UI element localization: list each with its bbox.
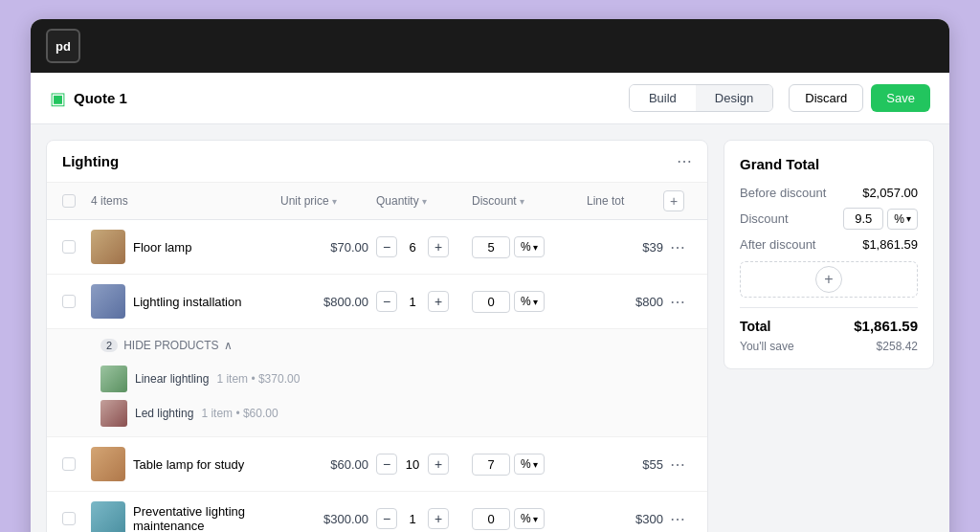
add-col-header[interactable]: + (663, 190, 692, 211)
header-actions: Discard Save (789, 84, 930, 112)
discount-input-table-lamp[interactable] (472, 454, 510, 476)
chevron-down-icon: ▾ (533, 459, 538, 470)
save-label: You'll save (740, 340, 794, 353)
table-row: Lightling installation $800.00 − 1 + % ▾… (47, 275, 707, 329)
table-row: Table lamp for study $60.00 − 10 + % ▾ $… (47, 437, 707, 492)
tab-design[interactable]: Design (696, 85, 772, 111)
discount-sort-icon: ▾ (520, 196, 524, 207)
hide-products-row: 2 HIDE PRODUCTS ∧ (100, 335, 692, 356)
discount-type-table-lamp[interactable]: % ▾ (514, 454, 545, 475)
section-title: Lighting (62, 153, 119, 169)
line-total-install: $800 (587, 295, 663, 309)
chevron-down-icon: ▾ (906, 213, 911, 224)
discount-input-floor-lamp[interactable] (472, 236, 510, 258)
row-checkbox-floor-lamp[interactable] (62, 240, 91, 254)
after-discount-value: $1,861.59 (862, 237, 918, 252)
product-cell-floor-lamp: Floor lamp (91, 230, 280, 264)
after-discount-label: After discount (740, 237, 816, 252)
total-row: Total $1,861.59 (740, 318, 918, 334)
before-discount-label: Before discount (740, 186, 826, 200)
discount-cell-table-lamp: % ▾ (472, 454, 587, 476)
qty-increase-preventative[interactable]: + (428, 508, 449, 529)
qty-val-table-lamp: 10 (401, 457, 424, 472)
price-table-lamp: $60.00 (280, 457, 376, 472)
qty-decrease-table-lamp[interactable]: − (376, 454, 397, 475)
discount-cell-preventative: % ▾ (472, 508, 587, 530)
sub-product-detail-led: 1 item • $60.00 (201, 407, 278, 420)
add-discount-row-button[interactable]: + (815, 266, 842, 293)
discount-type-floor-lamp[interactable]: % ▾ (514, 236, 545, 257)
qty-cell-preventative: − 1 + (376, 508, 472, 529)
section-header: Lighting ⋯ (47, 141, 707, 183)
line-total-col-header: Line tot (587, 194, 663, 208)
quote-title: Quote 1 (74, 90, 629, 106)
row-checkbox-preventative[interactable] (62, 512, 91, 525)
row-more-preventative[interactable]: ⋯ (663, 510, 692, 528)
qty-decrease-preventative[interactable]: − (376, 508, 397, 529)
save-value: $258.42 (877, 340, 918, 353)
row-more-table-lamp[interactable]: ⋯ (663, 455, 692, 474)
qty-cell-table-lamp: − 10 + (376, 454, 472, 475)
qty-increase-floor-lamp[interactable]: + (428, 236, 449, 257)
product-cell-preventative: Preventative lighting maintenance (91, 501, 280, 532)
discount-input-install[interactable] (472, 291, 510, 313)
qty-val-floor-lamp: 6 (401, 240, 424, 255)
discount-summary-label: Discount (740, 211, 789, 226)
sub-products-area: 2 HIDE PRODUCTS ∧ Linear lightling 1 ite… (47, 329, 707, 437)
tab-build[interactable]: Build (630, 85, 696, 111)
sub-img-led (100, 400, 127, 427)
app-window: pd ▣ Quote 1 Build Design Discard Save L… (31, 19, 949, 532)
product-name-table-lamp: Table lamp for study (133, 457, 244, 472)
discount-input-preventative[interactable] (472, 508, 510, 530)
sub-img-linear (100, 366, 127, 392)
qty-increase-install[interactable]: + (428, 291, 449, 312)
before-discount-value: $2,057.00 (862, 186, 918, 200)
save-button[interactable]: Save (871, 84, 930, 112)
discount-type-install[interactable]: % ▾ (514, 291, 545, 312)
total-label: Total (740, 319, 770, 334)
qty-sort-icon: ▾ (422, 196, 427, 207)
top-bar: pd (31, 19, 949, 73)
qty-cell-install: − 1 + (376, 291, 472, 312)
discount-type-preventative[interactable]: % ▾ (514, 508, 545, 529)
save-row: You'll save $258.42 (740, 340, 918, 353)
grand-total-title: Grand Total (740, 156, 918, 172)
row-more-floor-lamp[interactable]: ⋯ (663, 238, 692, 256)
row-more-install[interactable]: ⋯ (663, 293, 692, 311)
discount-cell-floor-lamp: % ▾ (472, 236, 587, 258)
product-cell-table-lamp: Table lamp for study (91, 447, 280, 481)
table-header: 4 items Unit price ▾ Quantity ▾ Discount… (47, 183, 707, 220)
qty-decrease-install[interactable]: − (376, 291, 397, 312)
line-total-floor-lamp: $39 (587, 240, 663, 255)
discard-button[interactable]: Discard (789, 84, 863, 112)
qty-increase-table-lamp[interactable]: + (428, 454, 449, 475)
quantity-col-header[interactable]: Quantity ▾ (376, 194, 472, 208)
discount-summary-row: Discount % ▾ (740, 208, 918, 230)
list-item: Led lighting 1 item • $60.00 (100, 396, 692, 431)
app-logo: pd (46, 29, 80, 63)
discount-col-header[interactable]: Discount ▾ (472, 194, 587, 208)
grand-discount-type[interactable]: % ▾ (887, 209, 918, 230)
product-img-install (91, 284, 125, 319)
row-checkbox-table-lamp[interactable] (62, 457, 91, 471)
qty-decrease-floor-lamp[interactable]: − (376, 236, 397, 257)
quote-icon: ▣ (50, 88, 66, 109)
product-cell-install: Lightling installation (91, 284, 280, 319)
tab-group: Build Design (629, 84, 773, 112)
select-all-checkbox[interactable] (62, 194, 91, 208)
product-name-install: Lightling installation (133, 295, 241, 309)
right-panel: Grand Total Before discount $2,057.00 Di… (724, 140, 934, 369)
sub-product-detail-linear: 1 item • $370.00 (216, 372, 300, 386)
product-img-floor-lamp (91, 230, 125, 264)
grand-discount-input[interactable] (843, 208, 883, 230)
hide-products-label[interactable]: HIDE PRODUCTS (123, 339, 218, 352)
row-checkbox-install[interactable] (62, 295, 91, 308)
left-panel: Lighting ⋯ 4 items Unit price ▾ Quantity… (46, 140, 708, 532)
chevron-down-icon: ▾ (533, 297, 538, 307)
table-row: Preventative lighting maintenance $300.0… (47, 492, 707, 532)
price-preventative: $300.00 (280, 512, 376, 526)
unit-price-col-header[interactable]: Unit price ▾ (280, 194, 376, 208)
product-img-table-lamp (91, 447, 125, 481)
section-more-button[interactable]: ⋯ (677, 152, 692, 170)
collapse-icon[interactable]: ∧ (224, 339, 233, 352)
